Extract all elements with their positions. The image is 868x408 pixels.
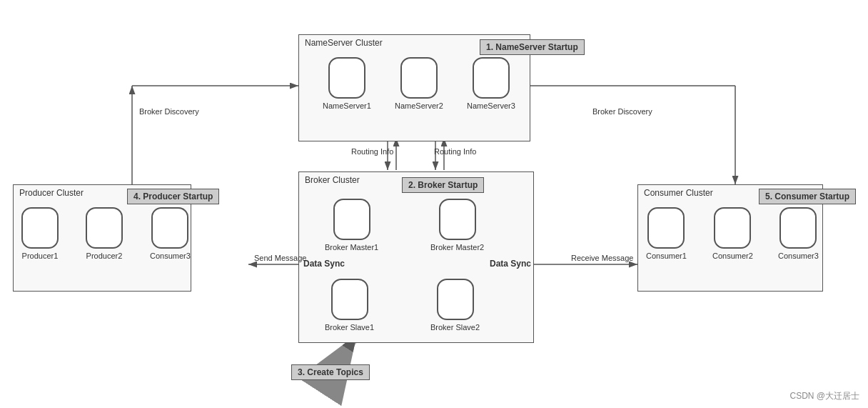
producer-consumer3-shape — [151, 207, 188, 249]
step2-badge: 2. Broker Startup — [402, 177, 484, 193]
nameserver2-shape — [400, 57, 438, 99]
broker-slave2-node: Broker Slave2 — [430, 279, 480, 332]
step4-badge: 4. Producer Startup — [127, 189, 219, 204]
broker-master2-node: Broker Master2 — [430, 199, 484, 252]
broker-master1-label: Broker Master1 — [325, 243, 378, 252]
broker-master2-shape — [439, 199, 476, 240]
broker-slave2-label: Broker Slave2 — [430, 323, 480, 332]
broker-master2-label: Broker Master2 — [430, 243, 484, 252]
nameserver3-node: NameServer3 — [467, 57, 515, 110]
broker-master1-shape — [333, 199, 370, 240]
broker-slave1-shape — [331, 279, 368, 320]
consumer3-label: Consumer3 — [778, 252, 819, 260]
producer-consumer3-label: Consumer3 — [150, 252, 191, 260]
producer1-node: Producer1 — [21, 207, 59, 260]
consumer1-label: Consumer1 — [646, 252, 687, 260]
step1-badge: 1. NameServer Startup — [480, 39, 585, 55]
nameserver-cluster-label: NameServer Cluster — [305, 38, 383, 48]
consumer-cluster-label: Consumer Cluster — [644, 188, 713, 198]
broker-discovery-left-label: Broker Discovery — [139, 107, 199, 116]
consumer2-node: Consumer2 — [712, 207, 753, 260]
nameserver1-node: NameServer1 — [323, 57, 371, 110]
data-sync-right-label: Data Sync — [490, 259, 531, 269]
broker-master1-node: Broker Master1 — [325, 199, 378, 252]
producer1-shape — [21, 207, 59, 249]
routing-info-right-label: Routing Info — [434, 147, 476, 156]
routing-info-left-label: Routing Info — [351, 147, 393, 156]
broker-slave2-shape — [437, 279, 474, 320]
broker-slave1-label: Broker Slave1 — [325, 323, 374, 332]
step3-badge: 3. Create Topics — [291, 364, 370, 380]
step5-badge: 5. Consumer Startup — [759, 189, 856, 204]
nameserver2-label: NameServer2 — [395, 101, 443, 110]
producer-consumer3-node: Consumer3 — [150, 207, 191, 260]
nameserver1-shape — [328, 57, 365, 99]
producer-cluster-label: Producer Cluster — [19, 188, 84, 198]
nameserver2-node: NameServer2 — [395, 57, 443, 110]
producer1-label: Producer1 — [22, 252, 59, 260]
producer2-label: Producer2 — [86, 252, 123, 260]
broker-cluster-label: Broker Cluster — [305, 175, 360, 185]
data-sync-left-label: Data Sync — [303, 259, 345, 269]
nameserver1-label: NameServer1 — [323, 101, 371, 110]
consumer3-shape — [779, 207, 817, 249]
consumer1-node: Consumer1 — [646, 207, 687, 260]
send-message-label: Send Message — [254, 254, 306, 262]
receive-message-label: Receive Message — [571, 254, 633, 262]
consumer2-shape — [714, 207, 751, 249]
broker-discovery-right-label: Broker Discovery — [592, 107, 652, 116]
producer2-node: Producer2 — [86, 207, 123, 260]
consumer3-node: Consumer3 — [778, 207, 819, 260]
broker-slave1-node: Broker Slave1 — [325, 279, 374, 332]
consumer1-shape — [647, 207, 685, 249]
producer2-shape — [86, 207, 123, 249]
diagram-container: NameServer Cluster NameServer1 NameServe… — [0, 0, 868, 408]
watermark: CSDN @大迁居士 — [789, 390, 859, 402]
nameserver3-shape — [473, 57, 510, 99]
consumer2-label: Consumer2 — [712, 252, 753, 260]
nameserver3-label: NameServer3 — [467, 101, 515, 110]
